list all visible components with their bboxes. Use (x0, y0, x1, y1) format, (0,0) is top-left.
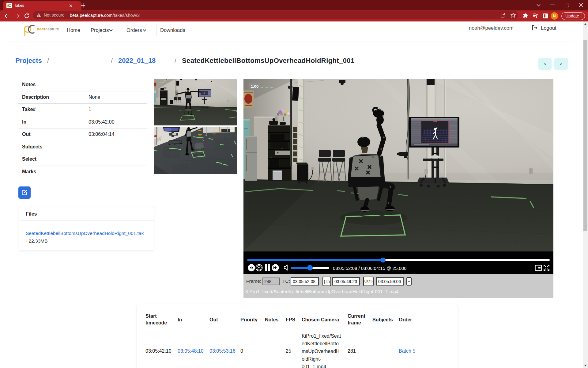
svg-text:1.00: 1.00 (251, 84, 258, 89)
svg-text:capture: capture (45, 27, 59, 31)
svg-text:peel: peel (36, 27, 45, 31)
